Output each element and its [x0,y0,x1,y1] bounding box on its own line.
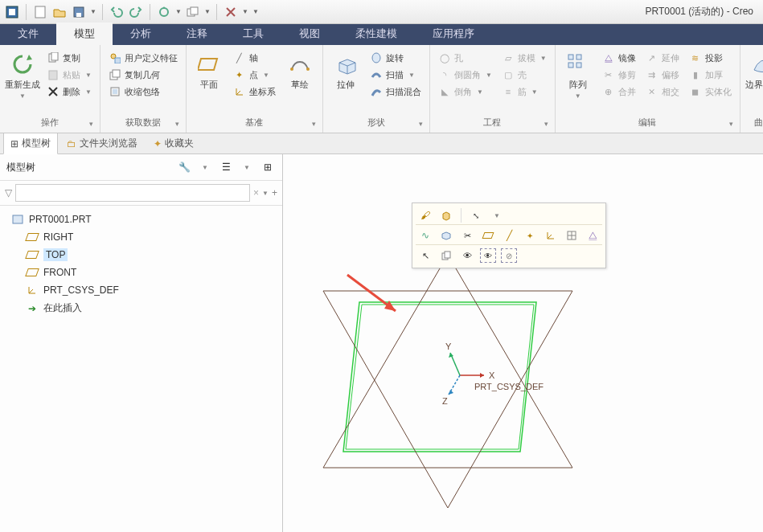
mini-arrow-icon[interactable]: ↖ [417,248,433,263]
boundary-blend-button[interactable]: 边界混合 [745,48,763,117]
tab-view[interactable]: 视图 [281,23,338,45]
svg-rect-2 [35,6,45,18]
mirror-button[interactable]: ⧋镜像 [599,50,639,66]
svg-rect-14 [113,70,120,77]
tree-item-csys[interactable]: PRT_CSYS_DEF [3,281,279,299]
tree-item-right[interactable]: RIGHT [3,228,279,246]
redo-icon[interactable] [127,3,145,21]
annotation-arrow [347,275,396,311]
mini-copy-icon[interactable] [438,248,454,263]
tree-item-insert[interactable]: ➔ 在此插入 [3,299,279,317]
svg-text:X: X [489,370,495,380]
pattern-button[interactable]: 阵列▼ [560,48,596,117]
filter-caret[interactable]: ▼ [262,190,269,197]
udf-button[interactable]: 用户定义特征 [105,50,181,66]
mini-box-icon[interactable] [438,228,454,243]
triangle-up[interactable] [323,255,572,468]
filter-add-icon[interactable]: + [272,187,277,198]
mini-point-icon[interactable]: ✦ [522,228,538,243]
svg-rect-20 [568,55,573,59]
mini-caret[interactable]: ▼ [489,208,505,223]
qat-overflow[interactable]: ▼ [251,3,260,21]
shrinkwrap-button[interactable]: 收缩包络 [105,84,181,100]
tree-tool-3[interactable]: ⊞ [260,159,276,175]
extrude-button[interactable]: 拉伸 [328,48,363,117]
svg-point-17 [290,68,293,71]
plane-button[interactable]: 平面 [191,48,227,117]
mini-curve-icon[interactable]: ∿ [417,228,433,243]
new-icon[interactable] [31,3,49,21]
mini-axis-icon[interactable]: ╱ [501,228,517,243]
mini-grid-icon[interactable] [564,228,580,243]
undo-icon[interactable] [108,3,125,21]
regen-caret[interactable]: ▼ [174,3,183,21]
tree-tool-2[interactable]: ☰ [218,159,234,175]
csys-button[interactable]: 坐标系 [230,84,279,100]
mini-paint-icon[interactable]: 🖌 [417,208,433,223]
svg-point-19 [372,53,380,63]
group-getdata: 用户定义特征 复制几何 收缩包络 获取数据▾ [101,45,187,133]
mini-hide-sel-icon[interactable]: ⊘ [501,248,517,263]
point-button[interactable]: ✦点▼ [230,67,279,83]
tab-annotate[interactable]: 注释 [169,23,225,45]
close-caret[interactable]: ▼ [241,3,249,21]
app-menu-icon[interactable] [3,3,21,21]
tree-title: 模型树 [6,161,35,174]
mini-select-icon[interactable]: ⤡ [468,208,484,223]
svg-rect-1 [9,9,15,15]
title-bar: ▼ ▼ ▼ ▼ ▼ PRT0001 (活动的) - Creo [0,0,763,24]
tree-tool-1[interactable]: 🔧 [176,159,192,175]
mini-mirror-icon[interactable]: ⧋ [585,228,601,243]
graphics-area[interactable]: X Y Z PRT_CSYS_DEF 🖌 ⤡ ▼ ∿ [283,154,763,532]
regenerate-button[interactable]: 重新生成▼ [5,48,40,117]
group-eng: ◯孔 ◝倒圆角▼ ◣倒角▼ ▱拔模▼ ▢壳 ≡筋▼ 工程▾ [430,45,556,133]
mini-scissors-icon[interactable]: ✂ [459,228,475,243]
tab-model-tree[interactable]: ⊞模型树 [3,133,58,154]
project-button[interactable]: ≋投影 [686,50,735,66]
save-caret-icon[interactable]: ▼ [89,3,97,21]
windows-icon[interactable] [184,3,202,21]
tree-item-front[interactable]: FRONT [3,264,279,281]
mini-plane-icon[interactable] [480,228,496,243]
chamfer-button: ◣倒角▼ [435,84,495,100]
tree-filter-input[interactable] [15,184,250,202]
copygeom-button[interactable]: 复制几何 [105,67,181,83]
tree-root[interactable]: PRT0001.PRT [3,211,279,228]
group-edit: 阵列▼ ⧋镜像 ✂修剪 ⊕合并 ↗延伸 ⇉偏移 ⨯相交 ≋投影 ▮加厚 ◼实体化… [556,45,740,133]
windows-caret[interactable]: ▼ [203,3,211,21]
svg-rect-4 [76,13,81,17]
revolve-button[interactable]: 旋转 [367,50,425,66]
tab-favorites[interactable]: ✦收藏夹 [146,133,201,154]
save-icon[interactable] [70,3,88,21]
copy-button[interactable]: 复制 [43,50,95,66]
open-icon[interactable] [51,3,68,21]
tab-flex[interactable]: 柔性建模 [338,23,415,45]
tab-folder-browser[interactable]: 🗀文件夹浏览器 [59,133,145,154]
delete-button[interactable]: 删除▼ [43,84,95,100]
close-qat-icon[interactable] [222,3,240,21]
navigator-tabs: ⊞模型树 🗀文件夹浏览器 ✦收藏夹 [0,133,763,154]
tab-analysis[interactable]: 分析 [113,23,169,45]
mini-cube-icon[interactable] [438,208,454,223]
tree-tool-2c[interactable]: ▼ [239,159,255,175]
triangle-down[interactable] [323,291,572,508]
sketch-button[interactable]: 草绘 [282,48,318,117]
tab-apps[interactable]: 应用程序 [415,23,492,45]
regen-qat-icon[interactable] [155,3,173,21]
round-button: ◝倒圆角▼ [435,67,495,83]
mini-hide-icon[interactable]: 👁 [459,248,475,263]
swept-blend-button[interactable]: 扫描混合 [367,84,425,100]
filter-icon[interactable]: ▽ [5,187,12,198]
paste-button[interactable]: 粘贴▼ [43,67,95,83]
tab-tools[interactable]: 工具 [225,23,281,45]
tree-item-top[interactable]: TOP [3,246,279,264]
mini-csys-icon[interactable] [543,228,559,243]
mini-show-sel-icon[interactable]: 👁 [480,248,496,263]
tab-file[interactable]: 文件 [0,23,56,45]
tree-tool-1c[interactable]: ▼ [197,159,213,175]
sweep-button[interactable]: 扫描▼ [367,67,425,83]
filter-clear-icon[interactable]: × [253,187,259,198]
axis-button[interactable]: ╱轴 [230,50,279,66]
group-datum: 平面 ╱轴 ✦点▼ 坐标系 草绘 基准▾ [187,45,323,133]
tab-model[interactable]: 模型 [56,23,113,45]
